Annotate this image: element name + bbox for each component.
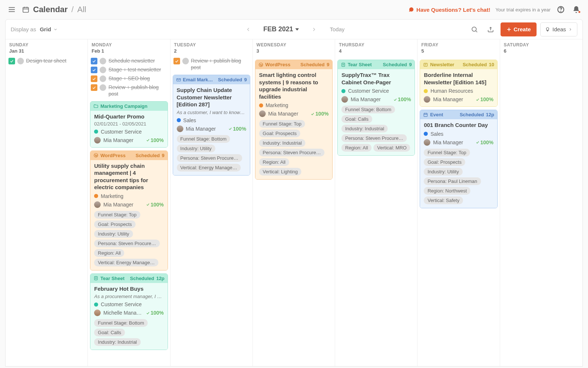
tag[interactable]: Industry: Industrial [259,139,305,147]
task-checkbox[interactable] [91,75,97,82]
avatar [341,96,348,103]
content-card[interactable]: WordPressScheduled 9Smart lighting contr… [255,60,333,180]
card-title: February Hot Buys [94,285,164,293]
folder-icon [93,104,98,109]
card-department: Customer Service [341,88,411,94]
tag[interactable]: Funnel Stage: Top [259,120,305,128]
day-date: Feb 1 [90,48,168,57]
content-card[interactable]: Tear SheetScheduled 12pFebruary Hot Buys… [90,273,168,350]
tag[interactable]: Vertical: Energy Manage… [94,259,158,266]
percent-complete: 100% [311,111,329,117]
tag[interactable]: Funnel Stage: Top [424,149,470,156]
day-name: WEDNESDAY [255,39,333,48]
tag[interactable]: Funnel Stage: Bottom [177,135,230,143]
content-card[interactable]: NewsletterScheduled 10Borderline Interna… [420,60,497,107]
tag[interactable]: Persona: Steven Procure… [94,240,159,247]
content-card[interactable]: WordPressScheduled 9Utility supply chain… [90,151,168,270]
task-checkbox[interactable] [91,58,97,64]
completed-task[interactable]: Stage + SEO blog [90,74,168,83]
task-label: Stage + test newsletter [108,67,161,73]
tag[interactable]: Funnel Stage: Bottom [341,106,395,113]
card-header: WordPressScheduled 9 [90,151,167,160]
calendar-column: WEDNESDAY3WordPressScheduled 9Smart ligh… [253,39,335,366]
tag[interactable]: Region: All [94,249,124,257]
menu-button[interactable] [7,4,17,15]
today-button[interactable]: Today [330,26,345,32]
tag[interactable]: Industry: Utility [177,145,215,152]
content-card[interactable]: Marketing CampaignMid-Quarter Promo02/01… [90,101,168,148]
tag[interactable]: Funnel Stage: Top [94,211,140,219]
tag[interactable]: Funnel Stage: Bottom [94,319,148,327]
avatar [17,58,24,64]
tag[interactable]: Vertical: MRO [373,144,410,152]
tag[interactable]: Persona: Steven Procure… [177,154,242,162]
tag[interactable]: Goal: Prospects [259,130,301,137]
tag[interactable]: Goal: Prospects [94,220,136,228]
card-status: Scheduled 9 [136,153,165,158]
tag[interactable]: Vertical: Lighting [259,168,301,176]
prev-month-button[interactable] [243,25,253,34]
percent-complete: 100% [228,126,246,132]
chevron-right-icon [568,27,573,32]
day-name: SATURDAY [502,39,580,48]
notifications-button[interactable] [571,4,581,15]
next-month-button[interactable] [309,25,319,34]
content-card[interactable]: Email Mark…Scheduled 9Supply Chain Updat… [173,75,250,176]
tag[interactable]: Region: All [341,144,372,152]
create-button[interactable]: Create [501,22,537,36]
tag[interactable]: Persona: Paul Lineman [424,177,481,185]
notification-dot [578,11,581,13]
help-button[interactable] [556,4,566,15]
completed-task[interactable]: Review + publish blog post [173,57,250,72]
lightbulb-icon [545,27,550,32]
view-selector[interactable]: Grid [40,26,58,32]
tag[interactable]: Region: All [259,158,289,166]
card-owner: Mia Manager100% [94,137,164,144]
completed-task[interactable]: Stage + test newsletter [90,66,168,74]
tag[interactable]: Industry: Industrial [341,125,388,132]
tag[interactable]: Industry: Utility [94,230,133,238]
card-title: Mid-Quarter Promo [94,113,164,120]
share-button[interactable] [484,23,497,36]
tag[interactable]: Persona: Steven Procure… [259,149,325,156]
task-checkbox[interactable] [91,67,97,73]
dept-dot [94,302,98,307]
percent-complete: 100% [146,202,164,208]
task-checkbox[interactable] [8,58,15,64]
card-header: Email Mark…Scheduled 9 [173,75,250,84]
task-label: Design tear sheet [26,58,67,64]
tag[interactable]: Industry: Utility [424,168,462,176]
tag[interactable]: Vertical: Energy Manage… [177,164,241,171]
card-type: Tear Sheet [348,62,372,67]
ideas-button[interactable]: Ideas [540,22,577,36]
tag[interactable]: Industry: Industrial [94,338,140,346]
card-type: Newsletter [430,62,454,67]
card-department: Human Resources [424,88,493,94]
content-card[interactable]: Tear SheetScheduled 9SupplyTrax™ Trax Ca… [337,60,415,156]
tag[interactable]: Region: Northwest [424,187,470,195]
card-type: Email Mark… [183,77,213,82]
task-checkbox[interactable] [173,58,180,64]
tag[interactable]: Goal: Calls [341,115,372,123]
completed-task[interactable]: Schedule newsletter [90,57,168,66]
card-tags: Funnel Stage: TopGoal: ProspectsIndustry… [259,120,329,176]
search-button[interactable] [468,23,481,36]
calendar-column: MONDAYFeb 1Schedule newsletterStage + te… [88,39,170,366]
completed-task[interactable]: Design tear sheet [8,57,85,66]
tag[interactable]: Vertical: Safety [424,197,463,204]
breadcrumb-separator: / [71,5,74,14]
completed-task[interactable]: Review + publish blog post [90,83,168,98]
chat-link[interactable]: Have Questions? Let's chat! [408,7,490,13]
card-description: As a customer, I want to know… [177,110,246,115]
tag[interactable]: Goal: Calls [94,329,125,336]
dept-dot [94,194,98,198]
caret-down-icon [295,28,299,31]
wordpress-icon [93,153,98,158]
month-selector[interactable]: FEB 2021 [263,25,299,33]
card-owner: Mia Manager100% [341,96,411,103]
tag[interactable]: Goal: Prospects [424,158,465,166]
tag[interactable]: Persona: Steven Procure… [341,134,407,142]
content-card[interactable]: EventScheduled 12p001 Branch Counter Day… [420,110,497,208]
task-checkbox[interactable] [91,84,97,91]
chevron-left-icon [245,26,251,32]
